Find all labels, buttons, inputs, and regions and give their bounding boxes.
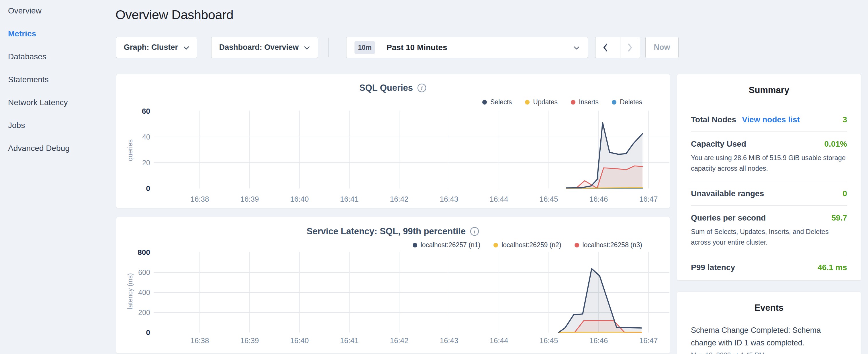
y-tick-label: 0 [124,328,150,337]
chart-card-sql-queries: SQL Queries i SelectsUpdatesInsertsDelet… [116,74,670,208]
x-tick-label: 16:41 [329,195,369,204]
x-tick-label: 16:40 [279,195,319,204]
sidebar-item-advanced-debug[interactable]: Advanced Debug [8,142,70,154]
now-button-label: Now [654,43,670,52]
x-tick-label: 16:38 [180,336,220,345]
legend: SelectsUpdatesInsertsDeletes [482,98,642,106]
legend-item-localhost-26258-n3: localhost:26258 (n3) [575,241,642,249]
now-button[interactable]: Now [645,37,679,58]
page-title: Overview Dashboard [116,7,233,22]
legend-label: Deletes [620,98,642,106]
time-window-arrows [595,37,640,58]
legend-dot [612,100,616,104]
x-tick-label: 16:47 [628,336,669,345]
legend-label: Updates [533,98,558,106]
controls-divider [329,38,329,57]
y-tick-label: 600 [124,268,150,277]
y-tick-label: 200 [124,308,150,317]
summary-row-label: Total Nodes [691,115,736,124]
summary-row-value: 0 [842,189,847,198]
legend-dot [482,100,487,104]
view-nodes-list-link[interactable]: View nodes list [742,115,800,124]
sidebar-item-databases[interactable]: Databases [8,51,46,62]
x-tick-label: 16:45 [529,195,569,204]
legend: localhost:26257 (n1)localhost:26259 (n2)… [413,241,642,249]
summary-row-value: 46.1 ms [817,263,847,272]
summary-row-capacity-used: Capacity Used0.01%You are using 28.6 MiB… [691,131,847,181]
chevron-right-icon [627,43,633,52]
y-tick-label: 60 [124,106,150,116]
graph-dropdown[interactable]: Graph: Cluster [116,37,197,58]
y-tick-label: 800 [124,248,150,257]
x-tick-label: 16:42 [379,336,419,345]
summary-row-label: Capacity Used [691,139,746,149]
y-tick-label: 40 [124,132,150,141]
sidebar-item-jobs[interactable]: Jobs [8,120,25,131]
time-range-badge: 10m [354,41,375,54]
summary-panel: Summary Total NodesView nodes list3Capac… [677,74,861,281]
x-tick-label: 16:39 [229,336,270,345]
legend-label: localhost:26258 (n3) [583,241,642,249]
legend-label: localhost:26257 (n1) [421,241,480,249]
events-title: Events [691,292,847,313]
summary-row-label: Queries per second [691,213,766,223]
sidebar-item-metrics[interactable]: Metrics [8,28,36,39]
summary-row-label: P99 latency [691,263,735,272]
svg-text:i: i [474,229,475,234]
x-tick-label: 16:43 [429,195,469,204]
legend-item-localhost-26259-n2: localhost:26259 (n2) [493,241,561,249]
event-timestamp: May 13, 2020 at 4:45 PM [691,351,847,354]
chart-title: SQL Queries [359,83,413,93]
y-tick-label: 0 [124,184,150,193]
legend-item-inserts: Inserts [571,98,599,106]
y-tick-label: 400 [124,288,150,297]
summary-row-p99-latency: P99 latency46.1 ms [691,255,847,279]
x-tick-label: 16:39 [229,195,270,204]
summary-rows: Total NodesView nodes list3Capacity Used… [691,107,847,279]
dashboard-dropdown[interactable]: Dashboard: Overview [211,37,318,58]
summary-row-label: Unavailable ranges [691,189,764,198]
time-range-label: Past 10 Minutes [386,43,568,52]
y-axis-label: queries [126,119,134,182]
legend-item-selects: Selects [482,98,512,106]
x-tick-label: 16:46 [579,195,619,204]
x-tick-label: 16:44 [479,336,519,345]
chevron-down-icon [574,46,580,50]
x-tick-label: 16:44 [479,195,519,204]
summary-row-total-nodes: Total NodesView nodes list3 [691,107,847,131]
events-list: Schema Change Completed: Schema change w… [691,324,847,354]
chart-card-service-latency: Service Latency: SQL, 99th percentile i … [116,217,670,354]
time-range-dropdown[interactable]: 10m Past 10 Minutes [346,37,588,58]
info-icon[interactable]: i [470,227,479,236]
summary-row-queries-per-second: Queries per second59.7Sum of Selects, Up… [691,205,847,255]
legend-dot [571,100,576,104]
chart-plot-area[interactable] [154,249,670,335]
x-tick-label: 16:38 [180,195,220,204]
x-tick-label: 16:41 [329,336,369,345]
chart-title: Service Latency: SQL, 99th percentile [307,226,466,236]
events-panel: Events Schema Change Completed: Schema c… [677,292,861,354]
legend-dot [525,100,530,104]
legend-item-deletes: Deletes [612,98,642,106]
chevron-down-icon [183,46,189,50]
series-area-inserts [566,166,643,189]
sidebar-item-network-latency[interactable]: Network Latency [8,97,68,108]
chart-plot-area[interactable] [154,108,670,192]
next-time-button[interactable] [620,37,640,58]
sidebar-item-statements[interactable]: Statements [8,74,49,85]
event-item[interactable]: Schema Change Completed: Schema change w… [691,324,847,354]
summary-row-value: 3 [842,115,847,124]
sidebar-item-overview[interactable]: Overview [8,5,41,17]
summary-row-value: 0.01% [825,139,847,149]
chevron-down-icon [304,46,310,50]
y-tick-label: 20 [124,158,150,167]
prev-time-button[interactable] [595,37,615,58]
dashboard-dropdown-label: Dashboard: Overview [219,43,299,52]
info-icon[interactable]: i [417,83,427,93]
sidebar: OverviewMetricsDatabasesStatementsNetwor… [0,0,109,354]
x-tick-label: 16:42 [379,195,419,204]
summary-title: Summary [691,74,847,95]
x-tick-label: 16:45 [529,336,569,345]
summary-row-description: Sum of Selects, Updates, Inserts, and De… [691,227,847,248]
x-tick-label: 16:46 [579,336,619,345]
